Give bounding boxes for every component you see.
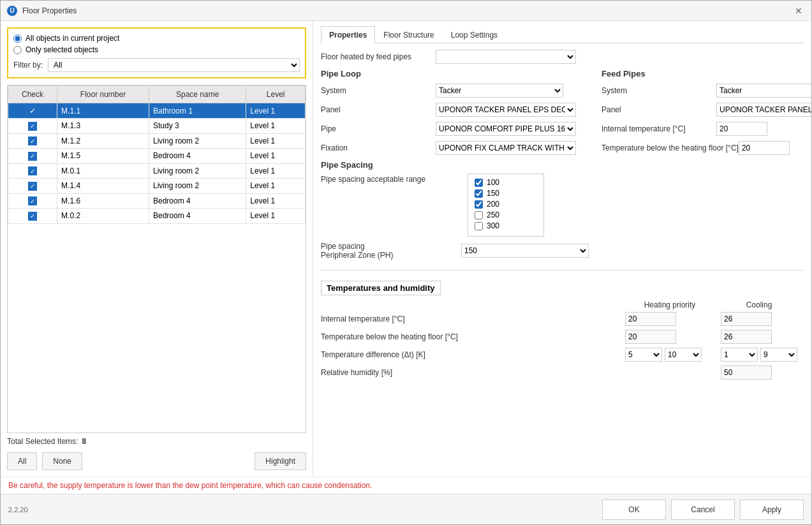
table-row[interactable]: ✓M.0.1Living room 2Level 1: [8, 163, 306, 179]
btn-highlight[interactable]: Highlight: [255, 452, 306, 470]
internal-temp-cooling-input[interactable]: [721, 312, 772, 326]
temp-diff-cooling-min-select[interactable]: 1: [721, 348, 758, 362]
feed-pipes-section: Feed Pipes System Tacker Panel UPONOR TA…: [602, 69, 811, 265]
temp-diff-label: Temperature difference (Δt) [K]: [321, 350, 625, 359]
pipe-loop-fixation-select[interactable]: UPONOR FIX CLAMP TRACK WITH ADHE: [436, 141, 576, 155]
table-row[interactable]: ✓M.1.5Bedroom 4Level 1: [8, 149, 306, 164]
temp-diff-cooling-max-select[interactable]: 9: [760, 348, 797, 362]
tab-loop-settings[interactable]: Loop Settings: [443, 26, 506, 43]
table-row[interactable]: ✓M.1.2Living room 2Level 1: [8, 133, 306, 149]
pipe-loop-pipe-label: Pipe: [321, 124, 436, 133]
pipe-loop-title: Pipe Loop: [321, 69, 589, 78]
level-cell: Level 1: [246, 179, 306, 194]
radio-all-objects[interactable]: All objects in current project: [13, 34, 300, 43]
close-button[interactable]: ✕: [792, 4, 805, 17]
spacing-checkbox[interactable]: [475, 189, 483, 198]
objects-table[interactable]: Check Floor number Space name Level ✓M.1…: [7, 85, 306, 433]
spacing-checkbox[interactable]: [475, 200, 483, 209]
filter-row: Filter by: All: [13, 58, 300, 72]
floor-heated-select[interactable]: [436, 50, 576, 64]
table-row[interactable]: ✓M.1.4Living room 2Level 1: [8, 179, 306, 194]
title-bar: U Floor Properties ✕: [1, 1, 811, 21]
pipe-spacing-section: Pipe spacing acceptable range 1001502002…: [321, 174, 589, 237]
internal-temp-heating-input[interactable]: [625, 312, 676, 326]
level-cell: Level 1: [246, 103, 306, 119]
pipe-loop-system-select[interactable]: Tacker: [436, 84, 563, 98]
check-cell[interactable]: ✓: [8, 103, 57, 119]
temp-diff-heating-min-select[interactable]: 5: [625, 348, 662, 362]
spacing-checkbox-row[interactable]: 100: [475, 178, 537, 187]
ok-button[interactable]: OK: [602, 499, 666, 520]
floor-number-cell: M.1.3: [57, 119, 149, 134]
check-cell[interactable]: ✓: [8, 119, 57, 134]
feed-pipes-internal-temp-input[interactable]: [716, 122, 767, 136]
spacing-checkbox-row[interactable]: 300: [475, 221, 537, 230]
humidity-row: Relative humidity [%]: [321, 366, 804, 380]
humidity-cooling-input[interactable]: [721, 366, 772, 380]
btn-all[interactable]: All: [7, 452, 37, 470]
table-row[interactable]: ✓M.1.6Bedroom 4Level 1: [8, 193, 306, 209]
check-cell[interactable]: ✓: [8, 163, 57, 179]
pipe-loop-pipe-row: Pipe UPONOR COMFORT PIPE PLUS 16X2,0 2: [321, 122, 589, 136]
table-row[interactable]: ✓M.1.3Study 3Level 1: [8, 119, 306, 134]
peripheral-zone-select[interactable]: 150: [461, 244, 589, 258]
total-value: 8: [82, 437, 86, 446]
level-cell: Level 1: [246, 149, 306, 164]
temp-below-heating-input[interactable]: [625, 330, 676, 344]
temp-diff-heating-max-select[interactable]: 10: [665, 348, 702, 362]
level-cell: Level 1: [246, 193, 306, 209]
tab-floor-structure[interactable]: Floor Structure: [375, 26, 442, 43]
floor-number-cell: M.0.1: [57, 163, 149, 179]
space-name-cell: Study 3: [149, 119, 246, 134]
divider: [321, 270, 804, 270]
feed-pipes-title: Feed Pipes: [602, 69, 811, 78]
pipe-loop-system-label: System: [321, 86, 436, 95]
btn-none[interactable]: None: [42, 452, 82, 470]
feed-pipes-system-label: System: [602, 86, 716, 95]
filter-label: Filter by:: [13, 61, 43, 70]
feed-pipes-temp-below-row: Temperature below the heating floor [°C]: [602, 141, 811, 155]
floor-number-cell: M.0.2: [57, 209, 149, 224]
table-buttons: All None Highlight: [7, 452, 306, 470]
level-cell: Level 1: [246, 163, 306, 179]
radio-selected-objects[interactable]: Only selected objects: [13, 45, 300, 54]
spacing-label: 250: [487, 211, 499, 219]
table-row[interactable]: ✓M.1.1Bathroom 1Level 1: [8, 103, 306, 119]
filter-section: All objects in current project Only sele…: [7, 27, 306, 78]
space-name-cell: Living room 2: [149, 163, 246, 179]
feed-pipes-panel-row: Panel UPONOR TACKER PANEL EPS DEO 30M: [602, 103, 811, 117]
check-cell[interactable]: ✓: [8, 193, 57, 209]
spacing-checkbox[interactable]: [475, 222, 483, 230]
check-cell[interactable]: ✓: [8, 209, 57, 224]
check-cell[interactable]: ✓: [8, 179, 57, 194]
level-cell: Level 1: [246, 119, 306, 134]
apply-button[interactable]: Apply: [740, 499, 804, 520]
cancel-button[interactable]: Cancel: [671, 499, 735, 520]
version-text: 2.2.20: [8, 506, 602, 514]
filter-select[interactable]: All: [48, 58, 300, 72]
pipe-loop-panel-select[interactable]: UPONOR TACKER PANEL EPS DEO 30MM: [436, 103, 576, 117]
warning-text: Be careful, the supply temperature is lo…: [8, 481, 372, 490]
tab-properties[interactable]: Properties: [321, 26, 375, 43]
left-panel: All objects in current project Only sele…: [1, 21, 313, 477]
check-cell[interactable]: ✓: [8, 133, 57, 149]
check-cell[interactable]: ✓: [8, 149, 57, 164]
feed-pipes-system-select[interactable]: Tacker: [716, 84, 811, 98]
floor-properties-window: U Floor Properties ✕ All objects in curr…: [0, 0, 812, 525]
table-row[interactable]: ✓M.0.2Bedroom 4Level 1: [8, 209, 306, 224]
spacing-checkbox-row[interactable]: 250: [475, 211, 537, 219]
feed-pipes-panel-label: Panel: [602, 105, 716, 114]
internal-temp-row: Internal temperature [°C]: [321, 312, 804, 326]
floor-number-cell: M.1.6: [57, 193, 149, 209]
spacing-checkbox[interactable]: [475, 179, 483, 187]
pipe-loop-fixation-row: Fixation UPONOR FIX CLAMP TRACK WITH ADH…: [321, 141, 589, 155]
space-name-cell: Bedroom 4: [149, 209, 246, 224]
spacing-checkbox[interactable]: [475, 211, 483, 219]
feed-pipes-panel-select[interactable]: UPONOR TACKER PANEL EPS DEO 30M: [716, 103, 811, 117]
spacing-checkbox-row[interactable]: 200: [475, 200, 537, 209]
space-name-cell: Bedroom 4: [149, 193, 246, 209]
spacing-checkbox-row[interactable]: 150: [475, 189, 537, 198]
temp-below-cooling-input[interactable]: [721, 330, 772, 344]
feed-pipes-temp-below-input[interactable]: [739, 141, 790, 155]
pipe-loop-pipe-select[interactable]: UPONOR COMFORT PIPE PLUS 16X2,0 2: [436, 122, 576, 136]
